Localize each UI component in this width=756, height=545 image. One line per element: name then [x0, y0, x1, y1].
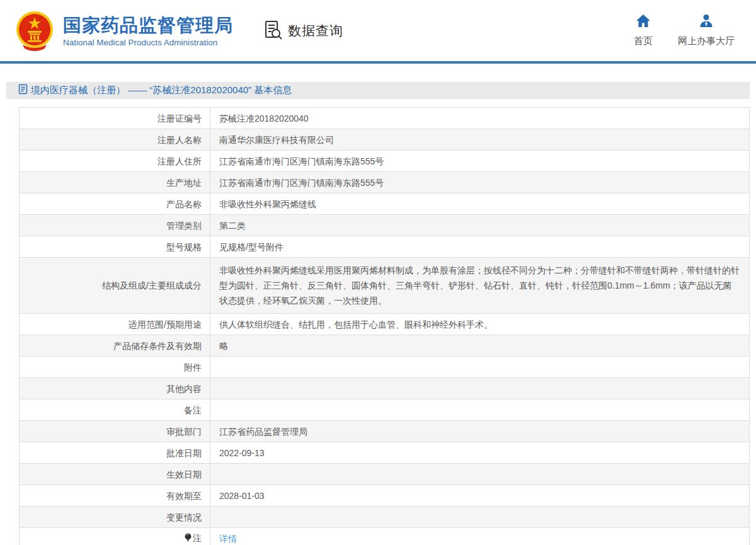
row-label: 注册证编号	[158, 113, 202, 123]
table-row: 生产地址 江苏省南通市海门区海门镇南海东路555号	[20, 172, 750, 193]
row-label: 产品储存条件及有效期	[113, 341, 202, 351]
row-value: 江苏省南通市海门区海门镇南海东路555号	[219, 178, 384, 188]
row-value: 江苏省药品监督管理局	[219, 427, 307, 437]
table-row: 注 详情	[20, 528, 750, 545]
row-label: 生产地址	[166, 178, 202, 188]
row-value: 略	[219, 341, 228, 351]
row-value: 2028-01-03	[219, 491, 265, 501]
nav-item-home[interactable]: 首页	[634, 14, 653, 47]
row-value: 第二类	[219, 221, 246, 231]
org-titles: 国家药品监督管理局 National Medical Products Admi…	[63, 14, 233, 47]
header-divider-line	[0, 61, 756, 64]
table-row: 结构及组成/主要组成成分 非吸收性外科聚丙烯缝线采用医用聚丙烯材料制成，为单股有…	[20, 258, 750, 314]
org-name-en: National Medical Products Administration	[63, 38, 233, 47]
row-label: 变更情况	[166, 512, 202, 522]
row-value: 2022-09-13	[219, 448, 265, 458]
row-label: 结构及组成/主要组成成分	[102, 280, 202, 290]
table-row: 注册证编号 苏械注准20182020040	[20, 108, 750, 129]
row-value: 江苏省南通市海门区海门镇南海东路555号	[219, 156, 384, 166]
table-row: 变更情况	[20, 507, 750, 528]
page-doc-icon	[18, 84, 28, 97]
table-row: 有效期至 2028-01-03	[20, 485, 750, 507]
home-icon	[636, 14, 651, 30]
row-value: 苏械注准20182020040	[219, 113, 309, 123]
row-label: 生效日期	[166, 469, 202, 479]
nav-label-service-hall: 网上办事大厅	[678, 35, 735, 47]
table-row: 注册人名称 南通华尔康医疗科技有限公司	[20, 129, 750, 151]
row-label: 管理类别	[166, 221, 202, 231]
table-row: 其他内容	[20, 378, 750, 399]
table-row: 管理类别 第二类	[20, 215, 750, 236]
row-label: 注	[193, 533, 202, 543]
table-row: 附件	[20, 357, 750, 378]
registration-info-table: 注册证编号 苏械注准20182020040 注册人名称 南通华尔康医疗科技有限公…	[19, 107, 750, 545]
table-row: 产品储存条件及有效期 略	[20, 335, 750, 357]
row-value: 非吸收性外科聚丙烯缝线采用医用聚丙烯材料制成，为单股有涂层；按线径不同分为十二种…	[219, 265, 740, 306]
org-name-cn: 国家药品监督管理局	[63, 14, 233, 36]
nav-label-home: 首页	[634, 35, 653, 47]
table-row: 生效日期	[20, 464, 750, 485]
row-label: 有效期至	[166, 491, 202, 501]
breadcrumb-title-bar: 境内医疗器械（注册） —— “苏械注准20182020040” 基本信息	[6, 82, 750, 99]
document-search-icon	[263, 20, 284, 42]
row-label: 附件	[184, 362, 202, 372]
site-header: 国家药品监督管理局 National Medical Products Admi…	[0, 0, 756, 61]
row-label: 注册人名称	[158, 135, 202, 145]
table-row: 适用范围/预期用途 供人体软组织缝合、结扎用，包括用于心血管、眼科和神经外科手术…	[20, 314, 750, 335]
row-label: 注册人住所	[158, 156, 202, 166]
data-query-section[interactable]: 数据查询	[263, 20, 343, 42]
table-row: 型号规格 见规格/型号附件	[20, 236, 750, 258]
table-row: 产品名称 非吸收性外科聚丙烯缝线	[20, 193, 750, 215]
row-value: 非吸收性外科聚丙烯缝线	[219, 199, 316, 209]
table-row: 审批部门 江苏省药品监督管理局	[20, 421, 750, 442]
table-row: 批准日期 2022-09-13	[20, 442, 750, 464]
page-title: 境内医疗器械（注册） —— “苏械注准20182020040” 基本信息	[31, 84, 292, 96]
row-label: 备注	[184, 405, 202, 415]
row-label: 审批部门	[166, 427, 202, 437]
national-emblem-logo[interactable]	[14, 9, 55, 52]
row-value: 见规格/型号附件	[219, 242, 284, 252]
table-row: 备注	[20, 399, 750, 421]
row-label: 适用范围/预期用途	[129, 319, 202, 330]
row-label: 其他内容	[166, 384, 202, 394]
row-value: 南通华尔康医疗科技有限公司	[219, 135, 334, 145]
user-icon	[699, 14, 714, 30]
detail-link[interactable]: 详情	[219, 534, 237, 544]
bulb-icon	[185, 533, 192, 545]
nav-item-service-hall[interactable]: 网上办事大厅	[678, 14, 735, 47]
row-label: 产品名称	[166, 199, 202, 209]
data-query-label: 数据查询	[288, 22, 343, 40]
row-value: 供人体软组织缝合、结扎用，包括用于心血管、眼科和神经外科手术。	[219, 319, 493, 330]
row-label: 型号规格	[166, 242, 202, 252]
table-row: 注册人住所 江苏省南通市海门区海门镇南海东路555号	[20, 151, 750, 172]
row-label: 批准日期	[166, 448, 202, 458]
top-nav: 首页 网上办事大厅	[634, 14, 743, 47]
